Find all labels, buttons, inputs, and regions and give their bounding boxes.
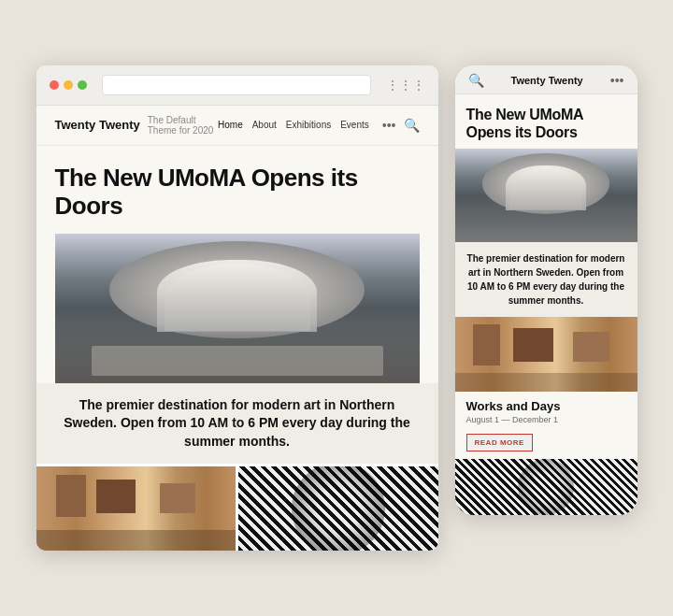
browser-dot-yellow	[64, 80, 73, 90]
nav-events[interactable]: Events	[340, 120, 369, 130]
mobile-read-more-block: READ MORE	[455, 432, 637, 459]
site-tagline: The Default Theme for 2020	[148, 115, 218, 136]
mobile-content: The New UMoMA Opens its Doors The premie…	[455, 94, 637, 515]
mobile-section-date: August 1 — December 1	[455, 415, 637, 432]
browser-addressbar[interactable]	[102, 75, 371, 95]
mobile-more-icon[interactable]: •••	[610, 73, 624, 88]
mobile-gallery-image	[455, 317, 637, 392]
spiral-img-art	[238, 466, 438, 551]
hero-image	[55, 234, 420, 383]
nav-exhibitions[interactable]: Exhibitions	[286, 120, 331, 130]
mobile-subtitle-block: The premier destination for modern art i…	[455, 242, 637, 317]
mobile-section-title: Works and Days	[455, 392, 637, 415]
browser-menu-icon: ⋮⋮⋮	[386, 78, 425, 93]
mobile-subtitle-text: The premier destination for modern art i…	[466, 251, 626, 308]
mobile-browser-window: 🔍 Twenty Twenty ••• The New UMoMA Opens …	[455, 65, 637, 515]
browser-toolbar: ⋮⋮⋮	[36, 65, 438, 106]
mobile-read-more-button[interactable]: READ MORE	[466, 434, 533, 451]
mobile-toolbar: 🔍 Twenty Twenty •••	[455, 65, 637, 94]
mobile-hero-image	[455, 149, 637, 242]
browser-dots	[50, 80, 87, 90]
nav-about[interactable]: About	[252, 120, 277, 130]
mobile-spiral-image	[455, 459, 637, 515]
mobile-search-icon[interactable]: 🔍	[468, 73, 484, 88]
mobile-site-title: Twenty Twenty	[511, 75, 583, 86]
hero-title: The New UMoMA Opens its Doors	[55, 165, 420, 221]
nav-home[interactable]: Home	[218, 120, 243, 130]
gallery-img-art	[36, 466, 236, 551]
gallery-image	[36, 466, 236, 551]
site-main: The New UMoMA Opens its Doors	[36, 146, 438, 383]
subtitle-text: The premier destination for modern art i…	[55, 396, 420, 451]
subtitle-block: The premier destination for modern art i…	[36, 383, 438, 465]
spiral-image	[238, 466, 438, 551]
search-icon-desktop[interactable]: 🔍	[404, 118, 420, 133]
mobile-museum-img	[455, 149, 637, 242]
desktop-browser-window: ⋮⋮⋮ Twenty Twenty The Default Theme for …	[36, 65, 438, 552]
mobile-hero-title: The New UMoMA Opens its Doors	[455, 94, 637, 149]
site-logo: Twenty Twenty	[55, 118, 140, 132]
site-header: Twenty Twenty The Default Theme for 2020…	[36, 106, 438, 146]
browser-dot-green	[78, 80, 87, 90]
site-nav: Home About Exhibitions Events •••	[218, 118, 395, 133]
main-container: ⋮⋮⋮ Twenty Twenty The Default Theme for …	[36, 65, 637, 552]
nav-more-icon[interactable]: •••	[382, 118, 396, 133]
browser-dot-red	[50, 80, 59, 90]
bottom-images	[36, 464, 438, 551]
